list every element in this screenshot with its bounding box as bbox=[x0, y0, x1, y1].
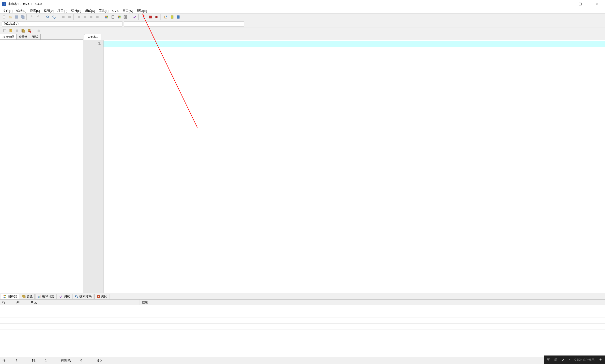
menu-search[interactable]: 搜索[S] bbox=[28, 8, 42, 13]
check-button[interactable] bbox=[132, 14, 138, 20]
profile-button[interactable] bbox=[141, 14, 147, 20]
ime-dot-icon[interactable]: • bbox=[569, 358, 570, 362]
grid-row[interactable] bbox=[0, 311, 605, 317]
goto-button[interactable] bbox=[163, 14, 169, 20]
new-source-button[interactable] bbox=[110, 14, 116, 20]
tab-compiler-label: 编译器 bbox=[8, 294, 17, 299]
ime-lang[interactable]: 英 bbox=[547, 358, 550, 362]
editor-tab-1[interactable]: 未命名1 bbox=[84, 34, 101, 40]
bookmark-button[interactable] bbox=[169, 14, 175, 20]
bookmark-new-button[interactable] bbox=[2, 28, 8, 33]
menu-debug[interactable]: 调试[D] bbox=[83, 8, 97, 13]
scope-combo-row: (globals) bbox=[0, 20, 605, 27]
help-button[interactable] bbox=[175, 14, 181, 20]
svg-point-67 bbox=[600, 359, 601, 360]
menu-file[interactable]: 文件[F] bbox=[1, 8, 14, 13]
col-header-col[interactable]: 列 bbox=[14, 299, 28, 305]
member-combo[interactable] bbox=[124, 21, 244, 26]
ime-gear-icon[interactable] bbox=[599, 358, 602, 362]
menu-edit[interactable]: 编辑[E] bbox=[14, 8, 28, 13]
compile-options-button[interactable] bbox=[104, 14, 110, 20]
csdn-watermark: CSDN @补集王 bbox=[574, 358, 595, 362]
tab-compile-log[interactable]: 编译日志 bbox=[35, 294, 56, 299]
grid-row[interactable] bbox=[0, 330, 605, 336]
toolbar-separator bbox=[42, 14, 44, 20]
menu-view[interactable]: 视图[V] bbox=[42, 8, 55, 13]
ime-bar: 英 简 • CSDN @补集王 bbox=[544, 355, 605, 364]
left-panel-tabs: 项目管理 查看类 调试 bbox=[0, 34, 83, 40]
replace-button[interactable] bbox=[51, 14, 57, 20]
compile-run-button[interactable] bbox=[82, 14, 88, 20]
print-button[interactable] bbox=[36, 28, 42, 33]
svg-rect-40 bbox=[3, 29, 6, 32]
bookmark-remove-button[interactable] bbox=[26, 28, 32, 33]
project-tree[interactable] bbox=[0, 40, 83, 293]
save-all-button[interactable] bbox=[20, 14, 26, 20]
debug-button[interactable] bbox=[88, 14, 94, 20]
code-editor[interactable] bbox=[104, 40, 605, 293]
bookmark-prev-button[interactable] bbox=[14, 28, 20, 33]
tab-compiler[interactable]: 编译器 bbox=[1, 294, 19, 299]
bookmark-flag-button[interactable] bbox=[8, 28, 14, 33]
project-options-button[interactable] bbox=[116, 14, 122, 20]
tools-button[interactable] bbox=[154, 14, 159, 20]
status-sel-label: 已选择: bbox=[61, 359, 71, 363]
menu-project[interactable]: 项目[P] bbox=[55, 8, 69, 13]
col-header-message[interactable]: 信息 bbox=[139, 299, 605, 305]
scope-combo[interactable]: (globals) bbox=[2, 21, 122, 26]
tab-project[interactable]: 项目管理 bbox=[0, 34, 16, 39]
col-header-line[interactable]: 行 bbox=[0, 299, 14, 305]
grid-row[interactable] bbox=[0, 317, 605, 324]
toolbar-separator bbox=[73, 14, 75, 20]
grid-row[interactable] bbox=[0, 305, 605, 311]
grid-row[interactable] bbox=[0, 342, 605, 348]
menu-cvs[interactable]: CVS bbox=[110, 9, 120, 13]
save-button[interactable] bbox=[14, 14, 19, 20]
tab-close[interactable]: 关闭 bbox=[94, 294, 109, 299]
tab-resource[interactable]: 资源 bbox=[20, 294, 35, 299]
stop-button[interactable] bbox=[94, 14, 100, 20]
undo-button[interactable] bbox=[29, 14, 35, 20]
svg-rect-17 bbox=[84, 16, 86, 18]
menu-help[interactable]: 帮助[H] bbox=[135, 8, 149, 13]
find-button[interactable] bbox=[45, 14, 51, 20]
tab-debug-panel[interactable]: 调试 bbox=[30, 34, 41, 39]
open-button[interactable] bbox=[8, 14, 13, 20]
menu-tools[interactable]: 工具[T] bbox=[97, 8, 110, 13]
chevron-down-icon bbox=[119, 22, 121, 26]
tab-compile-log-label: 编译日志 bbox=[42, 294, 54, 299]
tab-debug-output-label: 调试 bbox=[64, 294, 70, 299]
svg-rect-53 bbox=[5, 297, 6, 298]
svg-rect-23 bbox=[107, 17, 108, 18]
run-button[interactable] bbox=[67, 14, 72, 20]
svg-rect-58 bbox=[40, 295, 40, 298]
grid-row[interactable] bbox=[0, 324, 605, 330]
tab-search-results[interactable]: 搜索结果 bbox=[73, 294, 94, 299]
new-file-button[interactable] bbox=[1, 14, 7, 20]
toolbar-separator bbox=[160, 14, 162, 20]
tab-class-browser[interactable]: 查看类 bbox=[16, 34, 30, 39]
grid-row[interactable] bbox=[0, 336, 605, 342]
compile-button[interactable] bbox=[61, 14, 66, 20]
tab-debug-output[interactable]: 调试 bbox=[57, 294, 72, 299]
maximize-button[interactable] bbox=[572, 0, 589, 8]
ime-edit-icon[interactable] bbox=[562, 358, 565, 362]
ime-mode[interactable]: 简 bbox=[554, 358, 557, 362]
close-button[interactable] bbox=[589, 0, 605, 8]
chart-button[interactable] bbox=[147, 14, 153, 20]
svg-rect-22 bbox=[105, 17, 106, 18]
svg-point-47 bbox=[29, 31, 31, 33]
rebuild-button[interactable] bbox=[76, 14, 82, 20]
svg-rect-35 bbox=[145, 16, 145, 18]
col-header-unit[interactable]: 单元 bbox=[28, 299, 139, 305]
tab-resource-label: 资源 bbox=[26, 294, 33, 299]
menu-window[interactable]: 窗口[W] bbox=[120, 8, 135, 13]
bookmark-list-button[interactable] bbox=[20, 28, 26, 33]
menu-run[interactable]: 运行[R] bbox=[69, 8, 83, 13]
line-number-gutter: 1 bbox=[83, 40, 104, 293]
svg-rect-9 bbox=[22, 16, 24, 19]
editor-options-button[interactable] bbox=[122, 14, 128, 20]
minimize-button[interactable] bbox=[555, 0, 572, 8]
editor-tabs: 未命名1 bbox=[83, 34, 605, 40]
redo-button[interactable] bbox=[35, 14, 41, 20]
